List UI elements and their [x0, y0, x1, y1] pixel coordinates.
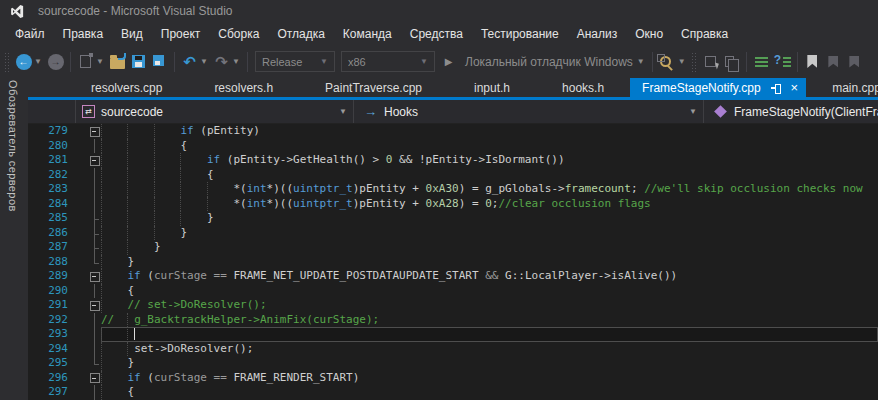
debug-target-caret[interactable]: ▼: [637, 57, 648, 66]
navigate-back-caret[interactable]: ▼: [34, 57, 45, 66]
menu-item-5[interactable]: Отладка: [268, 24, 333, 44]
code-token: &&: [485, 269, 498, 282]
code-text[interactable]: {: [101, 139, 878, 154]
code-token: )pEntity +: [353, 182, 426, 195]
solution-configuration-combo[interactable]: Release▼: [255, 51, 335, 72]
toolbar-drag-handle[interactable]: [691, 52, 698, 72]
line-indent-icon[interactable]: [751, 49, 772, 75]
fold-collapse-icon[interactable]: [78, 269, 101, 284]
fold-collapse-icon[interactable]: [78, 153, 101, 168]
indent-guide: [127, 168, 128, 183]
toggle-bookmark-icon[interactable]: [802, 49, 823, 75]
fold-collapse-icon[interactable]: [78, 371, 101, 386]
menu-item-4[interactable]: Сборка: [209, 24, 268, 44]
code-text[interactable]: set->DoResolver();: [101, 342, 878, 357]
tab-FrameStageNotify.cpp[interactable]: FrameStageNotify.cpp×: [630, 78, 806, 97]
menu-item-9[interactable]: Анализ: [568, 24, 627, 44]
save-all-icon[interactable]: [149, 49, 170, 75]
navigate-forward-icon[interactable]: →: [45, 49, 66, 75]
code-token: [101, 298, 128, 311]
code-text[interactable]: // g_BacktrackHelper->AnimFix(curStage);: [101, 313, 878, 328]
toolbar-drag-handle[interactable]: [4, 52, 11, 72]
code-text[interactable]: *(int*)((uintptr_t)pEntity + 0xA28) = 0;…: [101, 197, 878, 212]
tab-PaintTraverse.cpp[interactable]: PaintTraverse.cpp: [299, 78, 448, 97]
undo-icon[interactable]: ↶: [179, 49, 200, 75]
menu-item-8[interactable]: Тестирование: [472, 24, 568, 44]
code-line-284: 284 *(int*)((uintptr_t)pEntity + 0xA28) …: [28, 197, 878, 212]
close-icon[interactable]: ×: [791, 81, 799, 94]
undo-caret[interactable]: ▼: [200, 57, 211, 66]
tab-main.cpp[interactable]: main.cpp: [806, 78, 878, 97]
code-text[interactable]: }: [101, 255, 878, 270]
project-dropdown[interactable]: ⇄ sourcecode ▼: [75, 100, 353, 123]
quick-info-icon[interactable]: [772, 49, 793, 75]
code-token: }: [101, 240, 161, 253]
pin-icon[interactable]: [771, 82, 782, 93]
tab-input.h[interactable]: input.h: [448, 78, 536, 97]
menu-item-3[interactable]: Проект: [152, 24, 210, 44]
code-token: 0xA30: [426, 182, 459, 195]
code-text[interactable]: *(int*)((uintptr_t)pEntity + 0xA30) = g_…: [101, 182, 878, 197]
menu-item-7[interactable]: Средства: [401, 24, 472, 44]
redo-icon[interactable]: ↷: [211, 49, 232, 75]
debug-target-label[interactable]: Локальный отладчик Windows: [465, 55, 633, 69]
indent-guide: [127, 226, 128, 241]
line-number: 283: [28, 182, 78, 197]
code-text[interactable]: if (pEntity->GetHealth() > 0 && !pEntity…: [101, 153, 878, 168]
code-line-291: 291 // set->DoResolver();: [28, 298, 878, 313]
menu-item-6[interactable]: Команда: [334, 24, 401, 44]
code-text[interactable]: if (curStage == FRAME_RENDER_START): [101, 371, 878, 386]
code-text[interactable]: if (curStage == FRAME_NET_UPDATE_POSTDAT…: [101, 269, 878, 284]
indent-guide: [101, 298, 102, 313]
next-bookmark-icon[interactable]: [844, 49, 865, 75]
quick-info-icon: [774, 56, 791, 68]
menu-item-11[interactable]: Справка: [672, 24, 737, 44]
previous-bookmark-icon[interactable]: [823, 49, 844, 75]
code-text[interactable]: [101, 327, 878, 342]
server-explorer-tab[interactable]: Обозреватель серверов: [7, 80, 19, 212]
code-text[interactable]: // set->DoResolver();: [101, 298, 878, 313]
start-debug-icon[interactable]: ▶: [438, 49, 459, 75]
code-text[interactable]: if (pEntity): [101, 124, 878, 139]
fold-collapse-icon[interactable]: [78, 124, 101, 139]
copy-document-icon[interactable]: [721, 49, 742, 75]
menu-item-2[interactable]: Вид: [112, 24, 152, 44]
code-text[interactable]: }: [101, 356, 878, 371]
attach-to-process-icon[interactable]: [657, 49, 678, 75]
code-editor[interactable]: 279 if (pEntity)280 {281 if (pEntity->Ge…: [28, 124, 878, 400]
navigate-back-icon[interactable]: ←: [13, 49, 34, 75]
menu-item-1[interactable]: Правка: [54, 24, 113, 44]
fold-margin: [78, 284, 101, 299]
select-element-icon[interactable]: [700, 49, 721, 75]
attach-to-process-caret[interactable]: ▼: [678, 57, 689, 66]
code-text[interactable]: {: [101, 168, 878, 183]
document-well: resolvers.cppresolvers.hPaintTraverse.cp…: [28, 78, 878, 400]
new-file-caret[interactable]: ▼: [96, 57, 107, 66]
tab-resolvers.cpp[interactable]: resolvers.cpp: [65, 78, 188, 97]
line-number: 280: [28, 139, 78, 154]
code-text[interactable]: }: [101, 240, 878, 255]
tab-hooks.h[interactable]: hooks.h: [536, 78, 630, 97]
solution-platform-combo[interactable]: x86▼: [341, 51, 435, 72]
code-text[interactable]: {: [101, 284, 878, 299]
redo-caret[interactable]: ▼: [232, 57, 243, 66]
menu-item-0[interactable]: Файл: [6, 24, 54, 44]
code-token: [101, 342, 134, 355]
code-text[interactable]: }: [101, 226, 878, 241]
fold-collapse-icon[interactable]: [78, 298, 101, 313]
code-text[interactable]: }: [101, 211, 878, 226]
navigate-forward-icon: →: [48, 54, 64, 70]
undo-icon: ↶: [183, 53, 196, 71]
fold-margin: [78, 240, 101, 255]
new-file-icon[interactable]: [75, 49, 96, 75]
code-text[interactable]: {: [101, 385, 878, 400]
tab-resolvers.h[interactable]: resolvers.h: [188, 78, 299, 97]
code-line-290: 290 {: [28, 284, 878, 299]
scope-dropdown[interactable]: → Hooks ▼: [353, 100, 703, 123]
save-icon[interactable]: [128, 49, 149, 75]
member-dropdown[interactable]: FrameStageNotify(ClientFrameSta: [703, 100, 878, 123]
indent-guide: [101, 269, 102, 284]
scope-dropdown-value: Hooks: [384, 105, 418, 119]
open-file-icon[interactable]: [107, 49, 128, 75]
menu-item-10[interactable]: Окно: [626, 24, 672, 44]
